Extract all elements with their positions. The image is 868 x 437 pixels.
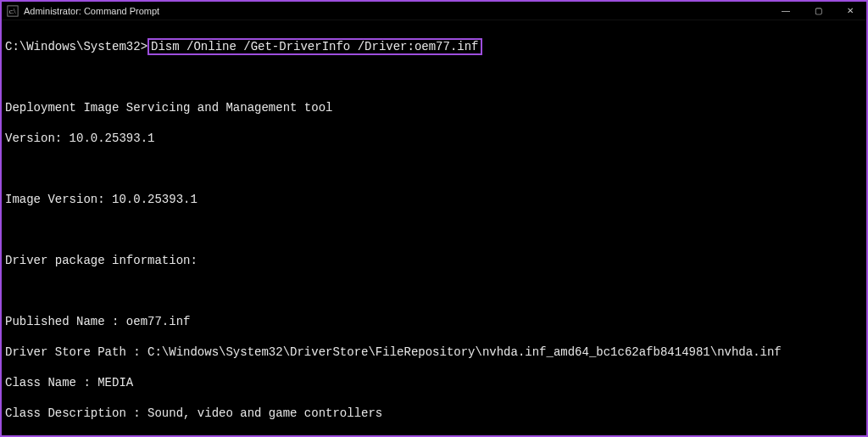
minimize-button[interactable]: —	[770, 2, 802, 20]
window-controls: — ▢ ✕	[770, 2, 866, 20]
tool-version: Version: 10.0.25393.1	[5, 131, 863, 146]
package-header: Driver package information:	[5, 253, 863, 268]
class-name: Class Name : MEDIA	[5, 375, 863, 390]
published-name: Published Name : oem77.inf	[5, 314, 863, 329]
window-title: Administrator: Command Prompt	[24, 6, 770, 16]
tool-header: Deployment Image Servicing and Managemen…	[5, 100, 863, 115]
driver-store-path: Driver Store Path : C:\Windows\System32\…	[5, 345, 863, 360]
svg-text:c:\: c:\	[9, 7, 17, 14]
terminal-area[interactable]: C:\Windows\System32>Dism /Online /Get-Dr…	[2, 20, 866, 435]
titlebar[interactable]: c:\ Administrator: Command Prompt — ▢ ✕	[2, 2, 866, 20]
maximize-button[interactable]: ▢	[802, 2, 834, 20]
class-description: Class Description : Sound, video and gam…	[5, 406, 863, 421]
cmd-icon: c:\	[7, 5, 19, 17]
image-version: Image Version: 10.0.25393.1	[5, 192, 863, 207]
close-button[interactable]: ✕	[834, 2, 866, 20]
window-frame: c:\ Administrator: Command Prompt — ▢ ✕ …	[0, 0, 868, 437]
prompt-path: C:\Windows\System32>	[5, 40, 147, 53]
typed-command: Dism /Online /Get-DriverInfo /Driver:oem…	[147, 38, 481, 55]
